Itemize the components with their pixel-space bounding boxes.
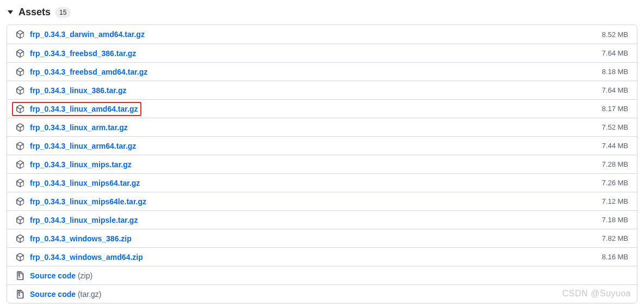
package-icon [16, 86, 24, 95]
asset-row: frp_0.34.3_linux_mips64.tar.gz7.26 MB [7, 173, 637, 192]
asset-filename: frp_0.34.3_linux_arm64.tar.gz [30, 142, 136, 150]
asset-link[interactable]: frp_0.34.3_linux_arm.tar.gz [30, 123, 128, 132]
asset-size: 7.64 MB [602, 49, 628, 57]
asset-link[interactable]: frp_0.34.3_windows_amd64.zip [30, 253, 143, 262]
asset-link[interactable]: frp_0.34.3_linux_mipsle.tar.gz [30, 216, 138, 224]
file-zip-icon [16, 271, 24, 280]
asset-row: frp_0.34.3_linux_arm64.tar.gz7.44 MB [7, 136, 637, 155]
asset-link[interactable]: frp_0.34.3_linux_mips64.tar.gz [30, 179, 140, 187]
asset-link[interactable]: frp_0.34.3_darwin_amd64.tar.gz [30, 30, 145, 39]
asset-link[interactable]: Source code (zip) [30, 271, 92, 280]
asset-row: frp_0.34.3_linux_amd64.tar.gz8.17 MB [7, 99, 637, 118]
asset-row: frp_0.34.3_darwin_amd64.tar.gz8.52 MB [7, 25, 637, 44]
asset-left: frp_0.34.3_linux_mips64le.tar.gz [16, 197, 146, 206]
asset-left: frp_0.34.3_linux_mips.tar.gz [16, 160, 132, 169]
asset-filename: frp_0.34.3_windows_amd64.zip [30, 253, 143, 262]
asset-row: frp_0.34.3_windows_amd64.zip8.16 MB [7, 247, 637, 266]
asset-size: 7.26 MB [602, 179, 628, 187]
asset-link[interactable]: frp_0.34.3_linux_386.tar.gz [30, 86, 126, 95]
asset-row: frp_0.34.3_freebsd_386.tar.gz7.64 MB [7, 44, 637, 62]
asset-size: 7.28 MB [602, 160, 628, 168]
package-icon [16, 30, 24, 39]
asset-row: Source code (tar.gz) [7, 284, 637, 303]
asset-size: 8.52 MB [602, 31, 628, 39]
asset-row: frp_0.34.3_freebsd_amd64.tar.gz8.18 MB [7, 62, 637, 81]
asset-size: 7.52 MB [602, 123, 628, 131]
asset-link[interactable]: frp_0.34.3_linux_mips.tar.gz [30, 160, 132, 169]
asset-filename: frp_0.34.3_linux_mips64le.tar.gz [30, 197, 146, 206]
asset-filename: frp_0.34.3_freebsd_386.tar.gz [30, 49, 136, 58]
asset-suffix: (tar.gz) [78, 290, 102, 299]
package-icon [16, 197, 24, 206]
asset-row: Source code (zip) [7, 266, 637, 284]
asset-link[interactable]: frp_0.34.3_freebsd_386.tar.gz [30, 49, 136, 58]
asset-left: frp_0.34.3_linux_386.tar.gz [16, 86, 126, 95]
package-icon [16, 142, 24, 150]
asset-row: frp_0.34.3_linux_mips.tar.gz7.28 MB [7, 155, 637, 173]
asset-size: 8.16 MB [602, 253, 628, 261]
asset-size: 8.18 MB [602, 68, 628, 76]
asset-row: frp_0.34.3_linux_mipsle.tar.gz7.18 MB [7, 210, 637, 229]
package-icon [16, 234, 24, 243]
asset-filename: frp_0.34.3_linux_arm.tar.gz [30, 123, 128, 132]
asset-filename: frp_0.34.3_windows_386.zip [30, 234, 132, 243]
package-icon [16, 49, 24, 58]
assets-count-badge: 15 [55, 7, 71, 18]
asset-left: frp_0.34.3_windows_amd64.zip [16, 253, 143, 262]
asset-link[interactable]: frp_0.34.3_linux_mips64le.tar.gz [30, 197, 146, 206]
asset-filename: Source code [30, 290, 76, 299]
asset-filename: frp_0.34.3_linux_mipsle.tar.gz [30, 216, 138, 224]
asset-filename: frp_0.34.3_linux_amd64.tar.gz [30, 105, 138, 113]
asset-row: frp_0.34.3_linux_arm.tar.gz7.52 MB [7, 118, 637, 136]
highlighted-box: frp_0.34.3_linux_amd64.tar.gz [12, 102, 141, 116]
asset-link[interactable]: Source code (tar.gz) [30, 290, 102, 299]
asset-size: 8.17 MB [602, 105, 628, 113]
package-icon [16, 160, 24, 169]
asset-filename: frp_0.34.3_linux_mips.tar.gz [30, 160, 132, 169]
file-zip-icon [16, 290, 24, 299]
asset-filename: frp_0.34.3_linux_mips64.tar.gz [30, 179, 140, 187]
asset-size: 7.82 MB [602, 234, 628, 242]
asset-link[interactable]: frp_0.34.3_linux_arm64.tar.gz [30, 142, 136, 150]
package-icon [16, 253, 24, 262]
asset-left: frp_0.34.3_freebsd_386.tar.gz [16, 49, 136, 58]
asset-filename: frp_0.34.3_linux_386.tar.gz [30, 86, 126, 95]
asset-size: 7.64 MB [602, 86, 628, 94]
asset-row: frp_0.34.3_linux_386.tar.gz7.64 MB [7, 81, 637, 99]
asset-size: 7.44 MB [602, 142, 628, 150]
asset-link[interactable]: frp_0.34.3_linux_amd64.tar.gz [30, 105, 138, 113]
asset-left: frp_0.34.3_linux_mips64.tar.gz [16, 179, 140, 187]
assets-list: frp_0.34.3_darwin_amd64.tar.gz8.52 MBfrp… [7, 25, 637, 303]
asset-link[interactable]: frp_0.34.3_freebsd_amd64.tar.gz [30, 68, 147, 76]
asset-left: frp_0.34.3_freebsd_amd64.tar.gz [16, 68, 147, 76]
asset-filename: Source code [30, 271, 76, 280]
assets-header[interactable]: Assets 15 [4, 4, 640, 25]
asset-size: 7.12 MB [602, 197, 628, 205]
asset-left: Source code (zip) [16, 271, 92, 280]
asset-link[interactable]: frp_0.34.3_windows_386.zip [30, 234, 132, 243]
asset-suffix: (zip) [78, 271, 92, 280]
asset-size: 7.18 MB [602, 216, 628, 224]
caret-down-icon [8, 10, 13, 14]
package-icon [16, 216, 24, 224]
package-icon [16, 68, 24, 76]
asset-row: frp_0.34.3_windows_386.zip7.82 MB [7, 229, 637, 247]
asset-left: frp_0.34.3_linux_arm64.tar.gz [16, 142, 136, 150]
asset-left: frp_0.34.3_linux_arm.tar.gz [16, 123, 128, 132]
assets-title: Assets [18, 7, 51, 18]
asset-row: frp_0.34.3_linux_mips64le.tar.gz7.12 MB [7, 192, 637, 210]
package-icon [16, 179, 24, 187]
asset-left: frp_0.34.3_linux_mipsle.tar.gz [16, 216, 138, 224]
asset-left: frp_0.34.3_windows_386.zip [16, 234, 132, 243]
asset-filename: frp_0.34.3_freebsd_amd64.tar.gz [30, 68, 147, 76]
package-icon [16, 123, 24, 132]
asset-filename: frp_0.34.3_darwin_amd64.tar.gz [30, 30, 145, 39]
asset-left: Source code (tar.gz) [16, 290, 102, 299]
asset-left: frp_0.34.3_linux_amd64.tar.gz [16, 105, 138, 113]
package-icon [16, 105, 24, 113]
asset-left: frp_0.34.3_darwin_amd64.tar.gz [16, 30, 145, 39]
